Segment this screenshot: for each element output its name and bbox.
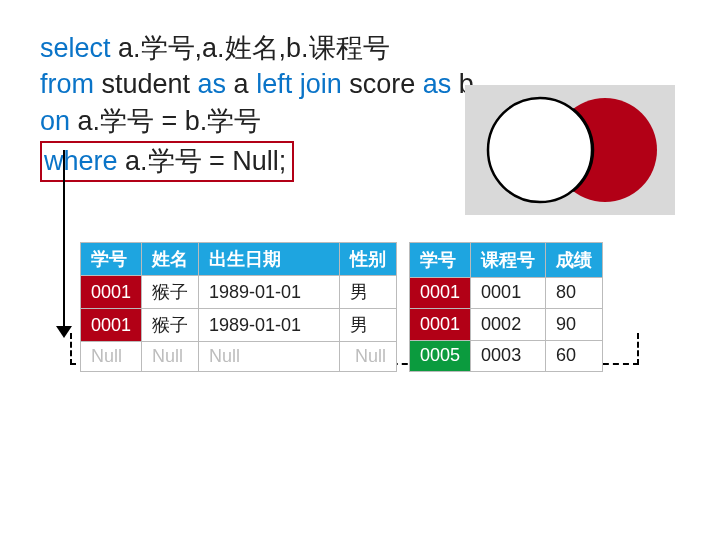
cell-sex: 男	[340, 309, 397, 342]
cell-id: 0001	[81, 309, 142, 342]
col-header: 出生日期	[199, 243, 340, 276]
col-header: 学号	[81, 243, 142, 276]
table-header-row: 学号 姓名 出生日期 性别	[81, 243, 397, 276]
left-join-keyword: left join	[256, 69, 342, 99]
cell-sex: 男	[340, 276, 397, 309]
cell-score: 80	[546, 277, 603, 308]
cell-course: 0002	[471, 309, 546, 340]
on-keyword: on	[40, 106, 70, 136]
cell-score: 90	[546, 309, 603, 340]
cell-id: 0001	[410, 309, 471, 340]
arrow-line	[63, 150, 65, 330]
where-condition: a.学号 = Null;	[118, 146, 287, 176]
cell-id: 0005	[410, 340, 471, 371]
from-keyword: from	[40, 69, 94, 99]
cell-null: Null	[142, 342, 199, 372]
tables-container: 学号 姓名 出生日期 性别 0001 猴子 1989-01-01 男 0001 …	[80, 242, 603, 372]
cell-id: 0001	[81, 276, 142, 309]
cell-name: 猴子	[142, 276, 199, 309]
col-header: 课程号	[471, 243, 546, 278]
col-header: 成绩	[546, 243, 603, 278]
cell-null: Null	[340, 342, 397, 372]
on-condition: a.学号 = b.学号	[70, 106, 261, 136]
table-row: 0001 0001 80	[410, 277, 603, 308]
student-table: 学号 姓名 出生日期 性别 0001 猴子 1989-01-01 男 0001 …	[80, 242, 397, 372]
from-table: student	[94, 69, 198, 99]
cell-id: 0001	[410, 277, 471, 308]
join-table: score	[342, 69, 423, 99]
cell-name: 猴子	[142, 309, 199, 342]
where-clause-box: where a.学号 = Null;	[40, 141, 294, 181]
table-row: 0001 0002 90	[410, 309, 603, 340]
table-row: 0001 猴子 1989-01-01 男	[81, 309, 397, 342]
venn-diagram	[465, 85, 675, 215]
cell-course: 0003	[471, 340, 546, 371]
alias-a: a	[226, 69, 256, 99]
table-header-row: 学号 课程号 成绩	[410, 243, 603, 278]
col-header: 姓名	[142, 243, 199, 276]
col-header: 学号	[410, 243, 471, 278]
cell-dob: 1989-01-01	[199, 309, 340, 342]
score-table: 学号 课程号 成绩 0001 0001 80 0001 0002 90 0005…	[409, 242, 603, 372]
cell-null: Null	[199, 342, 340, 372]
select-keyword: select	[40, 33, 111, 63]
cell-score: 60	[546, 340, 603, 371]
table-row: 0005 0003 60	[410, 340, 603, 371]
cell-dob: 1989-01-01	[199, 276, 340, 309]
cell-course: 0001	[471, 277, 546, 308]
select-columns: a.学号,a.姓名,b.课程号	[111, 33, 390, 63]
cell-null: Null	[81, 342, 142, 372]
where-keyword: where	[44, 146, 118, 176]
col-header: 性别	[340, 243, 397, 276]
as-keyword-2: as	[423, 69, 452, 99]
null-row: Null Null Null Null	[81, 342, 397, 372]
table-row: 0001 猴子 1989-01-01 男	[81, 276, 397, 309]
as-keyword-1: as	[198, 69, 227, 99]
